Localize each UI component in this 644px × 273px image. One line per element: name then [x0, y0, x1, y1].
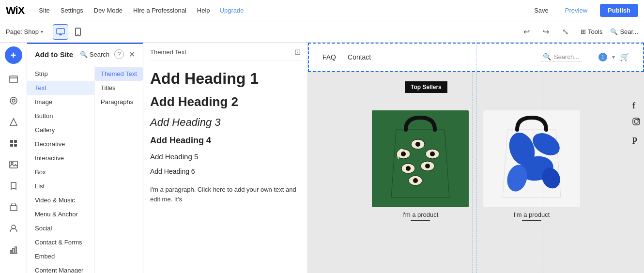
preview-button[interactable]: Preview — [561, 5, 591, 16]
content-panel-icon[interactable]: ⊡ — [294, 47, 301, 57]
cat-image[interactable]: Image — [27, 95, 94, 109]
design-sidebar-icon[interactable] — [4, 91, 23, 110]
sub-titles[interactable]: Titles — [95, 81, 143, 95]
cat-social[interactable]: Social — [27, 221, 94, 235]
svg-rect-0 — [57, 29, 64, 34]
product-image-2 — [483, 110, 580, 207]
cart-icon[interactable]: 🛒 — [620, 52, 629, 61]
svg-point-26 — [415, 142, 420, 147]
cart-badge[interactable]: 1 — [598, 53, 607, 61]
cat-menu-anchor[interactable]: Menu & Anchor — [27, 207, 94, 221]
tools-menu[interactable]: ⊞ Tools — [577, 26, 606, 37]
instagram-icon[interactable] — [632, 118, 640, 127]
site-header: FAQ Contact 🔍 Search... 1 ▾ 🛒 — [308, 43, 644, 72]
content-panel-header: Themed Text ⊡ — [150, 47, 301, 61]
svg-marker-9 — [10, 119, 17, 125]
svg-rect-20 — [13, 248, 14, 253]
svg-point-43 — [638, 119, 639, 120]
logo-sidebar-icon[interactable] — [4, 112, 23, 132]
svg-point-7 — [10, 97, 17, 104]
product-1-label: I'm a product — [372, 211, 469, 218]
redo-button[interactable]: ↪ — [538, 24, 553, 40]
close-panel-button[interactable]: ✕ — [129, 50, 135, 59]
nav-hire[interactable]: Hire a Professional — [132, 5, 187, 16]
nav-devmode[interactable]: Dev Mode — [93, 5, 123, 16]
add-element-button[interactable]: + — [5, 46, 22, 64]
facebook-icon[interactable]: f — [632, 101, 640, 111]
heading-6-item[interactable]: Add Heading 6 — [150, 166, 301, 177]
heading-2-item[interactable]: Add Heading 2 — [150, 92, 301, 111]
add-panel-title: Add to Site — [35, 50, 73, 59]
product-card-1[interactable]: I'm a product — [372, 110, 469, 221]
nav-settings[interactable]: Settings — [60, 5, 84, 16]
top-nav: WiX Site Settings Dev Mode Hire a Profes… — [0, 0, 644, 21]
cat-content-manager[interactable]: Content Manager — [27, 263, 94, 273]
faq-nav-item[interactable]: FAQ — [322, 53, 336, 61]
store-sidebar-icon[interactable] — [4, 197, 23, 217]
svg-point-30 — [406, 166, 411, 171]
top-sellers-badge[interactable]: Top Sellers — [405, 81, 447, 93]
site-search-bar[interactable]: 🔍 Search... — [540, 52, 582, 62]
social-sidebar: f p — [632, 101, 640, 144]
add-panel-actions: 🔍 Search ? ✕ — [80, 49, 135, 59]
paragraph-label: I'm a paragraph. Click here to add your … — [150, 185, 301, 204]
cat-list[interactable]: List — [27, 179, 94, 193]
apps-sidebar-icon[interactable] — [4, 134, 23, 153]
search-toolbar[interactable]: 🔍 Sear... — [610, 28, 638, 35]
svg-rect-14 — [10, 161, 17, 168]
cat-interactive[interactable]: Interactive — [27, 151, 94, 165]
undo-button[interactable]: ↩ — [519, 24, 534, 40]
mobile-view-button[interactable] — [70, 24, 86, 40]
help-button[interactable]: ? — [114, 49, 124, 59]
heading-4-item[interactable]: Add Heading 4 — [150, 134, 301, 148]
svg-point-34 — [413, 178, 418, 183]
tools-icon: ⊞ — [581, 28, 586, 35]
panel-search-button[interactable]: 🔍 Search — [80, 51, 109, 58]
paragraph-item[interactable]: I'm a paragraph. Click here to add your … — [150, 180, 301, 206]
search-label: Search — [90, 51, 109, 58]
cat-strip[interactable]: Strip — [27, 67, 94, 81]
product-1-underline — [411, 220, 430, 221]
analytics-sidebar-icon[interactable] — [4, 240, 23, 259]
pinterest-icon[interactable]: p — [632, 134, 640, 144]
members-sidebar-icon[interactable] — [4, 219, 23, 238]
media-sidebar-icon[interactable] — [4, 155, 23, 174]
product-2-label: I'm a product — [483, 211, 580, 218]
cat-embed[interactable]: Embed — [27, 249, 94, 263]
svg-point-28 — [430, 152, 435, 156]
left-sidebar: + — [0, 43, 27, 273]
category-list: Strip Text Image Button Gallery Decorati… — [27, 64, 143, 273]
cat-video-music[interactable]: Video & Music — [27, 193, 94, 207]
svg-rect-10 — [10, 140, 13, 143]
page-selector[interactable]: Page: Shop ▾ — [6, 28, 43, 35]
svg-rect-21 — [15, 247, 16, 253]
cat-gallery[interactable]: Gallery — [27, 123, 94, 137]
cat-button[interactable]: Button — [27, 109, 94, 123]
svg-rect-1 — [59, 34, 62, 35]
desktop-view-button[interactable] — [53, 24, 68, 40]
heading-3-item[interactable]: Add Heading 3 — [150, 114, 301, 131]
svg-point-24 — [401, 152, 406, 156]
panel-top-border — [27, 43, 143, 44]
cat-box[interactable]: Box — [27, 165, 94, 179]
zoom-button[interactable]: ⤡ — [557, 24, 573, 40]
heading-1-item[interactable]: Add Heading 1 — [150, 68, 301, 90]
product-2-underline — [522, 220, 541, 221]
heading-5-item[interactable]: Add Heading 5 — [150, 151, 301, 163]
contact-nav-item[interactable]: Contact — [348, 53, 371, 61]
publish-button[interactable]: Publish — [600, 4, 638, 17]
site-icons: 1 ▾ 🛒 — [598, 52, 629, 61]
nav-upgrade[interactable]: Upgrade — [220, 7, 244, 14]
save-button[interactable]: Save — [530, 5, 552, 16]
product-card-2[interactable]: I'm a product — [483, 110, 580, 221]
nav-site[interactable]: Site — [38, 5, 50, 16]
sub-paragraphs[interactable]: Paragraphs — [95, 95, 143, 109]
cat-decorative[interactable]: Decorative — [27, 137, 94, 151]
blog-sidebar-icon[interactable] — [4, 176, 23, 196]
category-column: Strip Text Image Button Gallery Decorati… — [27, 64, 95, 273]
nav-help[interactable]: Help — [196, 5, 211, 16]
cat-text[interactable]: Text — [27, 81, 94, 95]
pages-sidebar-icon[interactable] — [4, 70, 23, 89]
sub-themed-text[interactable]: Themed Text — [95, 67, 143, 81]
cat-contact-forms[interactable]: Contact & Forms — [27, 235, 94, 249]
